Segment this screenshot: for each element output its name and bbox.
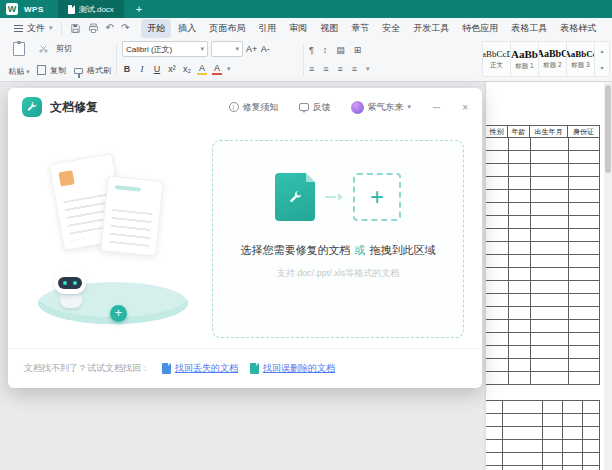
copy-button[interactable]: 复制 [39, 65, 66, 76]
close-button[interactable]: × [462, 102, 468, 113]
minimize-button[interactable]: ─ [433, 102, 440, 113]
dropzone-text-select: 选择您需要修复的文档 [241, 244, 351, 256]
tab-view[interactable]: 视图 [314, 19, 344, 38]
dialog-header: 文档修复 i 修复须知 反馈 紫气东来 ▾ ─ × [8, 88, 482, 126]
tab-home[interactable]: 开始 [141, 19, 171, 38]
paste-button[interactable]: 粘贴▾ [4, 41, 34, 78]
underline-button[interactable]: U [152, 64, 162, 74]
tab-security[interactable]: 安全 [376, 19, 406, 38]
document-table: 性别 年龄 出生年月 身份证 [486, 125, 600, 385]
repair-notice-link[interactable]: i 修复须知 [229, 101, 279, 114]
align-center-icon[interactable]: ≡ [323, 64, 328, 74]
superscript-button[interactable]: x² [167, 64, 177, 74]
style-heading1[interactable]: AaBb 标题 1 [511, 42, 539, 76]
divider [116, 43, 117, 76]
dropzone-formats-hint: 支持.doc/.ppt/.xls等格式的文档 [213, 267, 463, 280]
grow-font-button[interactable]: A+ [246, 44, 257, 54]
tab-table-style[interactable]: 表格样式 [554, 19, 602, 38]
chevron-down-icon: ▾ [49, 24, 53, 32]
tab-insert[interactable]: 插入 [172, 19, 202, 38]
document-icon [162, 363, 171, 374]
table-header-cell: 出生年月 [530, 126, 568, 137]
text-lines [109, 209, 152, 247]
tab-references[interactable]: 引用 [252, 19, 282, 38]
cut-button[interactable]: 剪切 [39, 43, 111, 54]
gallery-scroll-down-icon[interactable]: ▾ [600, 64, 603, 71]
chevron-down-icon: ▾ [235, 45, 239, 53]
tab-dev-tools[interactable]: 开发工具 [407, 19, 455, 38]
italic-button[interactable]: I [137, 64, 147, 74]
arrow-connector-icon [325, 193, 343, 201]
font-color-button[interactable]: A [212, 63, 222, 75]
new-tab-button[interactable]: + [136, 0, 142, 18]
brand-name: WPS [24, 5, 44, 14]
print-icon[interactable] [88, 23, 99, 34]
scrollbar-thumb[interactable] [605, 85, 611, 173]
file-menu-label: 文件 [27, 22, 45, 35]
borders-icon[interactable]: ⊞ [354, 45, 362, 55]
save-icon[interactable] [70, 23, 81, 34]
align-right-icon[interactable]: ≡ [338, 64, 343, 74]
format-painter-label: 格式刷 [87, 65, 111, 76]
font-name-select[interactable]: Calibri (正文) ▾ [122, 41, 208, 57]
title-bar-line [115, 185, 141, 192]
dropzone-instruction: 选择您需要修复的文档或拖拽到此区域 [213, 243, 463, 258]
paste-icon [13, 42, 25, 56]
subscript-button[interactable]: x₂ [182, 64, 192, 74]
table-rows [486, 401, 600, 470]
ribbon: 粘贴▾ 剪切 复制 格式刷 Calibri (正文) [0, 38, 612, 82]
style-preview: AaBb [511, 48, 538, 60]
document-table-2 [486, 400, 600, 470]
ribbon-tabs: 开始 插入 页面布局 引用 审阅 视图 章节 安全 开发工具 特色应用 表格工具… [141, 19, 602, 38]
shrink-font-button[interactable]: A- [260, 44, 270, 54]
tab-table-tools[interactable]: 表格工具 [505, 19, 553, 38]
align-left-icon[interactable]: ≡ [309, 64, 314, 74]
pilcrow-icon[interactable]: ¶ [309, 45, 314, 55]
recover-lost-link[interactable]: 找回丢失的文档 [162, 362, 238, 375]
feedback-link[interactable]: 反馈 [299, 101, 331, 114]
tab-review[interactable]: 审阅 [283, 19, 313, 38]
wps-logo-icon: W [6, 3, 18, 15]
file-dropzone[interactable]: + 选择您需要修复的文档或拖拽到此区域 支持.doc/.ppt/.xls等格式的… [212, 140, 464, 338]
style-normal[interactable]: AaBbCcDd 正文 [483, 42, 511, 76]
file-menu-button[interactable]: 文件 ▾ [6, 21, 62, 35]
shading-icon[interactable]: ▤ [336, 45, 345, 55]
clipboard-group: 粘贴▾ 剪切 复制 格式刷 [4, 41, 111, 78]
avatar [351, 101, 364, 114]
bold-button[interactable]: B [122, 64, 132, 74]
line-spacing-icon[interactable]: ↕ [323, 45, 328, 55]
highlight-color-button[interactable]: A [197, 63, 207, 75]
add-file-button[interactable]: + [353, 173, 401, 221]
tab-special-apps[interactable]: 特色应用 [456, 19, 504, 38]
recover-deleted-link[interactable]: 找回误删除的文档 [250, 362, 335, 375]
info-icon: i [229, 102, 239, 112]
dialog-title: 文档修复 [50, 99, 98, 116]
robot-body [60, 295, 82, 308]
style-heading2[interactable]: AaBbC 标题 2 [539, 42, 567, 76]
document-page[interactable]: 性别 年龄 出生年月 身份证 [486, 82, 604, 470]
format-painter-button[interactable]: 格式刷 [74, 65, 111, 76]
style-preview: AaBbCc [567, 49, 595, 59]
dropzone-text-drag: 拖拽到此区域 [370, 244, 436, 256]
document-icon [68, 5, 75, 14]
table-header-cell: 年龄 [508, 126, 530, 137]
robot-visor [58, 277, 82, 289]
feedback-label: 反馈 [313, 101, 331, 114]
table-header-cell: 性别 [486, 126, 508, 137]
style-heading3[interactable]: AaBbCc 标题 3 [567, 42, 595, 76]
style-label: 标题 2 [543, 61, 561, 70]
document-tab-label: 测试.docx [79, 4, 114, 15]
align-justify-icon[interactable]: ≡ [352, 64, 357, 74]
gallery-scroll-up-icon[interactable]: ▴ [600, 47, 603, 54]
table-rows [486, 138, 600, 385]
table-header-cell: 身份证 [568, 126, 600, 137]
tab-section[interactable]: 章节 [345, 19, 375, 38]
scissors-icon [39, 44, 48, 53]
account-menu[interactable]: 紫气东来 ▾ [351, 101, 412, 114]
document-tab[interactable]: 测试.docx [58, 0, 124, 18]
redo-icon[interactable]: ↷ [121, 23, 129, 33]
vertical-scrollbar[interactable] [604, 82, 612, 470]
undo-icon[interactable]: ↶ [106, 23, 114, 33]
tab-page-layout[interactable]: 页面布局 [203, 19, 251, 38]
font-size-select[interactable]: ▾ [211, 41, 243, 57]
